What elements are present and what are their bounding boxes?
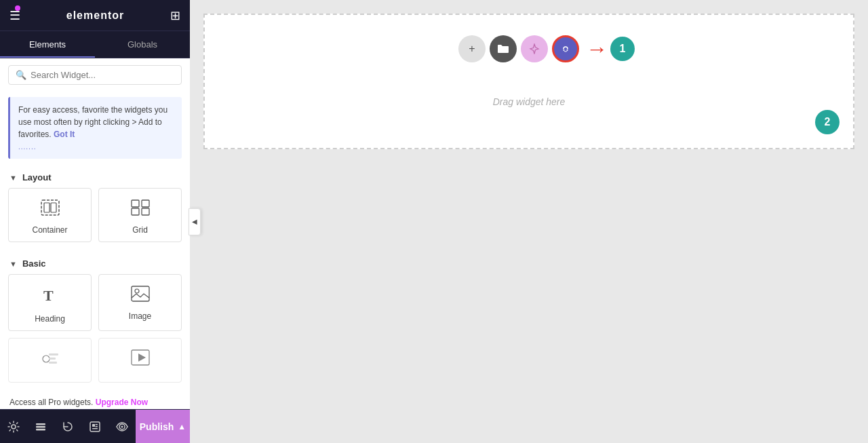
- widget-3[interactable]: [8, 338, 92, 383]
- template-button[interactable]: [81, 410, 108, 443]
- svg-rect-11: [49, 353, 58, 355]
- magic-button[interactable]: [521, 35, 548, 62]
- got-it-link[interactable]: Got It: [54, 130, 75, 139]
- container-icon: [41, 199, 60, 220]
- sidebar-content: 🔍 For easy access, favorite the widgets …: [0, 58, 190, 409]
- pro-notice-text: Access all Pro widgets.: [9, 398, 93, 407]
- red-arrow-icon: →: [586, 38, 608, 60]
- svg-rect-21: [92, 424, 95, 427]
- publish-button[interactable]: Publish ▲: [136, 410, 190, 443]
- notification-dot: [15, 5, 20, 11]
- svg-rect-2: [51, 203, 56, 212]
- settings-button[interactable]: [0, 410, 27, 443]
- widget-image[interactable]: Image: [98, 274, 182, 331]
- collapse-icon: ◀: [192, 218, 197, 225]
- svg-rect-12: [49, 358, 56, 360]
- container-label: Container: [32, 225, 67, 235]
- search-input[interactable]: [31, 70, 174, 80]
- drag-hint: Drag widget here: [493, 96, 566, 107]
- basic-widget-grid: T Heading Image: [0, 274, 190, 391]
- sidebar-footer: Publish ▲: [0, 409, 190, 443]
- preview-button[interactable]: [108, 410, 136, 443]
- ai-button[interactable]: [552, 35, 579, 62]
- basic-section-label: Basic: [22, 258, 46, 269]
- publish-label: Publish: [140, 421, 174, 432]
- tip-text: For easy access, favorite the widgets yo…: [18, 105, 167, 139]
- svg-rect-13: [49, 362, 57, 364]
- layout-section-label: Layout: [22, 172, 52, 182]
- svg-text:T: T: [43, 287, 54, 304]
- arrow-badge-group: → 1: [586, 35, 635, 62]
- svg-rect-18: [36, 426, 45, 428]
- svg-rect-19: [36, 429, 45, 431]
- svg-point-27: [560, 43, 571, 54]
- svg-point-28: [564, 50, 565, 51]
- widget3-icon: [41, 349, 60, 370]
- pro-notice: Access all Pro widgets. Upgrade Now: [0, 391, 190, 409]
- svg-rect-8: [132, 286, 149, 301]
- svg-rect-24: [92, 428, 98, 429]
- layout-section-header[interactable]: ▼ Layout: [0, 164, 190, 188]
- canvas-frame: +: [203, 14, 854, 149]
- search-icon: 🔍: [16, 70, 26, 80]
- widget-heading[interactable]: T Heading: [8, 274, 92, 331]
- svg-rect-17: [36, 423, 45, 425]
- layout-chevron-icon: ▼: [9, 174, 17, 182]
- svg-rect-3: [132, 200, 139, 207]
- history-button[interactable]: [54, 410, 81, 443]
- layers-button[interactable]: [27, 410, 54, 443]
- sidebar: ☰ elementor ⊞ Elements Globals 🔍: [0, 0, 190, 443]
- widget4-icon: [131, 349, 150, 370]
- svg-rect-23: [96, 426, 98, 427]
- add-element-button[interactable]: +: [458, 35, 486, 62]
- svg-rect-22: [96, 424, 98, 425]
- canvas: +: [190, 0, 868, 443]
- search-bar: 🔍: [0, 58, 190, 92]
- app-logo: elementor: [66, 9, 124, 22]
- svg-rect-1: [44, 203, 50, 212]
- svg-point-26: [121, 425, 123, 427]
- svg-rect-6: [142, 208, 149, 215]
- widget-container[interactable]: Container: [8, 188, 92, 242]
- sidebar-tabs: Elements Globals: [0, 31, 190, 58]
- tip-box: For easy access, favorite the widgets yo…: [8, 97, 182, 159]
- tip-dots: .......: [18, 142, 174, 152]
- publish-chevron-icon: ▲: [178, 422, 186, 431]
- heading-label: Heading: [35, 314, 65, 324]
- svg-rect-4: [142, 200, 149, 207]
- grid-menu-icon[interactable]: ⊞: [170, 8, 180, 23]
- upgrade-link[interactable]: Upgrade Now: [96, 398, 148, 407]
- layout-widget-grid: Container Grid: [0, 188, 190, 250]
- widget-grid-item[interactable]: Grid: [98, 188, 182, 242]
- widget-toolbar: +: [458, 35, 635, 62]
- grid-icon: [131, 199, 150, 220]
- tab-elements[interactable]: Elements: [0, 31, 95, 58]
- sidebar-header: ☰ elementor ⊞: [0, 0, 190, 31]
- widget-4[interactable]: [98, 338, 182, 383]
- grid-label: Grid: [132, 225, 148, 235]
- folder-button[interactable]: [490, 35, 517, 62]
- badge-1: 1: [610, 37, 635, 61]
- svg-point-10: [43, 355, 50, 362]
- badge-2: 2: [815, 110, 840, 134]
- sidebar-collapse-handle[interactable]: ◀: [189, 208, 201, 235]
- svg-point-16: [12, 425, 16, 429]
- tab-globals[interactable]: Globals: [95, 31, 190, 58]
- svg-rect-5: [132, 208, 139, 215]
- basic-section-header[interactable]: ▼ Basic: [0, 250, 190, 274]
- search-input-wrap[interactable]: 🔍: [8, 65, 182, 85]
- image-label: Image: [129, 311, 151, 321]
- svg-point-9: [135, 289, 139, 293]
- svg-marker-15: [138, 353, 146, 362]
- image-icon: [131, 286, 150, 306]
- svg-rect-20: [90, 422, 100, 431]
- svg-point-29: [567, 50, 568, 51]
- basic-chevron-icon: ▼: [9, 260, 17, 268]
- heading-icon: T: [41, 286, 60, 309]
